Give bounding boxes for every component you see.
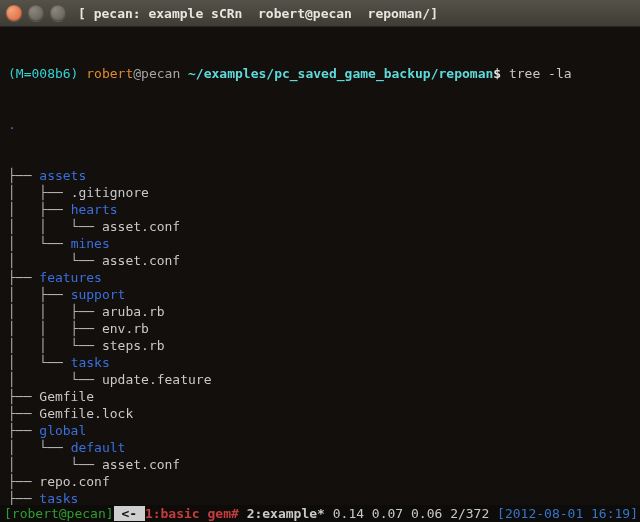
tmux-status-bar: [robert@pecan] <- 1:basic gem# 2:example… bbox=[0, 505, 640, 522]
tree-branch-icon: ├── bbox=[8, 491, 39, 506]
dir-name: features bbox=[39, 270, 102, 285]
tree-branch-icon: │ └── bbox=[8, 372, 102, 387]
tree-dir: │ ├── support bbox=[8, 286, 632, 303]
tree-dir: │ └── mines bbox=[8, 235, 632, 252]
prompt-user: robert bbox=[86, 66, 133, 81]
tree-branch-icon: │ ├── bbox=[8, 202, 71, 217]
window-title: [ pecan: example sCRn robert@pecan repom… bbox=[78, 5, 438, 22]
tree-file: ├── Gemfile.lock bbox=[8, 405, 632, 422]
prompt-marker: (M=008b6) bbox=[8, 66, 78, 81]
tree-branch-icon: │ │ ├── bbox=[8, 321, 102, 336]
dir-name: tasks bbox=[39, 491, 78, 506]
file-name: update.feature bbox=[102, 372, 212, 387]
dir-name: global bbox=[39, 423, 86, 438]
file-name: asset.conf bbox=[102, 253, 180, 268]
file-name: Gemfile bbox=[39, 389, 94, 404]
tree-branch-icon: ├── bbox=[8, 270, 39, 285]
tree-branch-icon: │ └── bbox=[8, 355, 71, 370]
tree-file: │ └── asset.conf bbox=[8, 456, 632, 473]
status-window-1[interactable]: 1:basic gem# bbox=[145, 506, 239, 521]
prompt-host: pecan bbox=[141, 66, 180, 81]
prompt-command: tree -la bbox=[509, 66, 572, 81]
prompt-line: (M=008b6) robert@pecan ~/examples/pc_sav… bbox=[8, 65, 632, 82]
dir-name: hearts bbox=[71, 202, 118, 217]
status-sep: <- bbox=[114, 506, 145, 521]
tree-file: │ └── asset.conf bbox=[8, 252, 632, 269]
prompt-path: ~/examples/pc_saved_game_backup/repoman bbox=[188, 66, 493, 81]
tree-dir: ├── assets bbox=[8, 167, 632, 184]
tree-branch-icon: ├── bbox=[8, 474, 39, 489]
file-name: .gitignore bbox=[71, 185, 149, 200]
tree-branch-icon: ├── bbox=[8, 406, 39, 421]
dir-name: assets bbox=[39, 168, 86, 183]
status-load: 0.14 0.07 0.06 2/372 bbox=[333, 506, 497, 521]
tree-dir: │ └── default bbox=[8, 439, 632, 456]
tree-file: │ │ ├── env.rb bbox=[8, 320, 632, 337]
tree-branch-icon: ├── bbox=[8, 168, 39, 183]
tree-branch-icon: │ │ └── bbox=[8, 338, 102, 353]
dir-name: tasks bbox=[71, 355, 110, 370]
tree-branch-icon: │ ├── bbox=[8, 287, 71, 302]
file-name: repo.conf bbox=[39, 474, 109, 489]
status-window-2[interactable]: 2:example* bbox=[239, 506, 333, 521]
dir-name: default bbox=[71, 440, 126, 455]
tree-dir: │ ├── hearts bbox=[8, 201, 632, 218]
terminal[interactable]: (M=008b6) robert@pecan ~/examples/pc_sav… bbox=[0, 27, 640, 522]
minimize-icon[interactable] bbox=[28, 5, 44, 21]
dir-name: mines bbox=[71, 236, 110, 251]
prompt-sym: $ bbox=[493, 66, 501, 81]
tree-file: │ │ └── steps.rb bbox=[8, 337, 632, 354]
tree-dir: ├── global bbox=[8, 422, 632, 439]
file-name: aruba.rb bbox=[102, 304, 165, 319]
tree-branch-icon: │ └── bbox=[8, 236, 71, 251]
file-name: env.rb bbox=[102, 321, 149, 336]
tree-file: ├── repo.conf bbox=[8, 473, 632, 490]
tree-file: │ │ └── asset.conf bbox=[8, 218, 632, 235]
close-icon[interactable] bbox=[6, 5, 22, 21]
tree-branch-icon: ├── bbox=[8, 389, 39, 404]
tree-body: ├── assets│ ├── .gitignore│ ├── hearts│ … bbox=[8, 167, 632, 522]
window-titlebar: [ pecan: example sCRn robert@pecan repom… bbox=[0, 0, 640, 27]
prompt-at: @ bbox=[133, 66, 141, 81]
file-name: asset.conf bbox=[102, 457, 180, 472]
tree-file: │ └── update.feature bbox=[8, 371, 632, 388]
tree-branch-icon: │ └── bbox=[8, 440, 71, 455]
dir-name: support bbox=[71, 287, 126, 302]
status-date: [2012-08-01 16:19] bbox=[497, 506, 638, 521]
tree-file: │ ├── .gitignore bbox=[8, 184, 632, 201]
file-name: Gemfile.lock bbox=[39, 406, 133, 421]
tree-dir: ├── features bbox=[8, 269, 632, 286]
tree-branch-icon: │ └── bbox=[8, 457, 102, 472]
file-name: steps.rb bbox=[102, 338, 165, 353]
tree-branch-icon: │ │ └── bbox=[8, 219, 102, 234]
tree-branch-icon: ├── bbox=[8, 423, 39, 438]
file-name: asset.conf bbox=[102, 219, 180, 234]
tree-file: │ │ ├── aruba.rb bbox=[8, 303, 632, 320]
tree-branch-icon: │ │ ├── bbox=[8, 304, 102, 319]
tree-dir: │ └── tasks bbox=[8, 354, 632, 371]
tree-branch-icon: │ ├── bbox=[8, 185, 71, 200]
maximize-icon[interactable] bbox=[50, 5, 66, 21]
status-session: [robert@pecan] bbox=[4, 506, 114, 521]
tree-root: . bbox=[8, 116, 632, 133]
tree-file: ├── Gemfile bbox=[8, 388, 632, 405]
tree-branch-icon: │ └── bbox=[8, 253, 102, 268]
